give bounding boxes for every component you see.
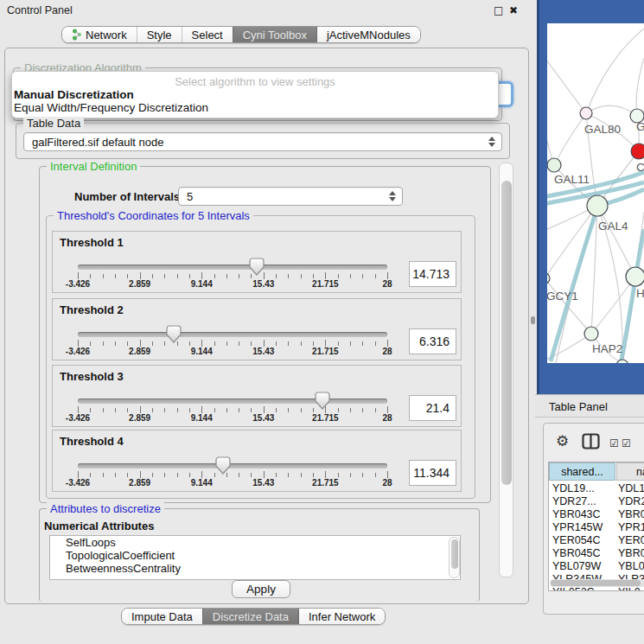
table-row[interactable]: YBL079WYBL0 <box>549 560 644 573</box>
tab-impute-data[interactable]: Impute Data <box>122 609 202 624</box>
network-node[interactable] <box>631 143 644 159</box>
threshold-row: Threshold 1-3.4262.8599.14415.4321.71528… <box>52 231 462 293</box>
table-data-combobox[interactable]: galFiltered.sif default node <box>23 132 502 151</box>
tab-jactivemnodules[interactable]: jActiveMNodules <box>316 27 420 42</box>
threshold-value-field[interactable]: 21.4 <box>409 395 456 421</box>
slider-tick-label: -3.426 <box>66 413 90 423</box>
slider-tick <box>127 408 128 412</box>
attributes-scrollbar-thumb[interactable] <box>451 539 458 569</box>
network-node[interactable] <box>626 267 644 286</box>
bottom-tabbar: Impute DataDiscretize DataInfer Network <box>121 608 386 625</box>
slider-tick <box>201 471 202 478</box>
gear-icon[interactable]: ⚙ <box>556 432 569 450</box>
tab-select[interactable]: Select <box>182 27 233 42</box>
network-icon <box>72 29 82 41</box>
network-edge <box>636 58 644 116</box>
tab-discretize-data[interactable]: Discretize Data <box>202 609 298 624</box>
attributes-list[interactable]: SelfLoopsTopologicalCoefficientBetweenne… <box>49 535 461 580</box>
network-node-label: GAL80 <box>584 123 621 136</box>
threshold-value-field[interactable]: 11.344 <box>409 460 456 486</box>
table-row[interactable]: YDL19...YDL1 <box>549 482 644 495</box>
node-table[interactable]: shared... na YDL19...YDL1YDR27...YDR2YBR… <box>548 462 644 591</box>
algorithm-placeholder: Select algorithm to view settings <box>12 75 498 88</box>
network-node[interactable] <box>584 327 598 341</box>
table-row[interactable]: YDR27...YDR2 <box>549 495 644 508</box>
panel-divider-grip[interactable] <box>531 316 535 324</box>
cell-shared-name: YBL079W <box>552 560 601 572</box>
slider-tick <box>362 341 363 346</box>
num-intervals-label: Number of Intervals <box>74 190 180 203</box>
table-row[interactable]: YPR145WYPR1 <box>549 521 644 534</box>
threshold-row: Threshold 4-3.4262.8599.14415.4321.71528… <box>52 430 462 492</box>
slider-track[interactable] <box>78 463 387 469</box>
slider-tick <box>201 406 202 413</box>
slider-tick <box>152 473 153 477</box>
slider-tick <box>325 272 326 279</box>
network-node[interactable] <box>547 273 550 284</box>
network-edge <box>586 105 637 116</box>
cell-name: YDL1 <box>618 482 644 494</box>
settings-scrollbar-thumb[interactable] <box>501 181 512 485</box>
slider-tick <box>264 340 265 347</box>
slider-tick <box>152 274 153 278</box>
slider-tick-label: 21.715 <box>312 279 339 289</box>
cell-name: YDR2 <box>618 495 644 507</box>
table-row[interactable]: YBR045CYBR0 <box>549 547 644 560</box>
column-header-name[interactable]: na <box>616 462 644 481</box>
slider-track[interactable] <box>78 265 387 270</box>
slider-tick <box>127 274 128 278</box>
network-canvas[interactable]: GAL80GAGAL11CGAL4GCY1HHAP2 <box>547 23 644 363</box>
threshold-value-field[interactable]: 14.713 <box>409 261 456 287</box>
table-row[interactable]: YBR043CYBR0 <box>549 508 644 521</box>
network-node[interactable] <box>587 195 608 216</box>
slider-tick-label: 21.715 <box>312 347 339 356</box>
table-panel: ⚙ ☑ ☑ shared... na YDL19...YDL1YDR27...Y… <box>543 423 644 615</box>
threshold-value-field[interactable]: 6.316 <box>409 328 456 354</box>
num-intervals-combobox[interactable]: 5 <box>178 187 403 206</box>
slider-tick <box>325 340 326 347</box>
slider-tick-label: 9.144 <box>191 478 213 488</box>
tab-cyni-toolbox[interactable]: Cyni Toolbox <box>233 27 316 42</box>
settings-scrollbar[interactable] <box>499 163 513 577</box>
threshold-label: Threshold 2 <box>60 303 124 316</box>
column-header-shared-name[interactable]: shared... <box>549 462 615 481</box>
network-node[interactable] <box>547 158 561 172</box>
slider-track[interactable] <box>78 399 387 404</box>
algorithm-option[interactable]: Manual Discretization <box>12 88 498 101</box>
slider-tick-label: 15.43 <box>252 279 274 289</box>
slider-tick <box>189 473 190 477</box>
slider-handle[interactable] <box>166 325 182 348</box>
float-window-icon[interactable]: □ <box>494 4 503 16</box>
slider-tick <box>189 341 190 346</box>
attribute-item[interactable]: SelfLoops <box>50 536 460 549</box>
slider-tick <box>276 274 277 278</box>
checkbox-icon[interactable]: ☑ <box>622 437 631 450</box>
split-columns-icon[interactable] <box>582 433 600 450</box>
slider-tick-label: -3.426 <box>66 478 90 488</box>
slider-tick <box>201 272 202 279</box>
attribute-item[interactable]: BetweennessCentrality <box>50 562 460 575</box>
table-row[interactable]: YER054CYER0 <box>549 534 644 547</box>
attribute-item[interactable]: TopologicalCoefficient <box>50 549 460 562</box>
checkbox-icon[interactable]: ☑ <box>609 437 619 450</box>
control-panel: Control Panel □ ✖ NetworkStyleSelectCyni… <box>0 0 535 644</box>
tab-style[interactable]: Style <box>137 27 182 42</box>
table-hscrollbar[interactable] <box>550 579 644 587</box>
table-data-value: galFiltered.sif default node <box>32 136 163 149</box>
algorithm-option[interactable]: Equal Width/Frequency Discretization <box>12 101 498 114</box>
tab-infer-network[interactable]: Infer Network <box>298 609 385 624</box>
network-node-label: H <box>636 287 644 300</box>
attributes-scrollbar[interactable] <box>449 537 460 578</box>
slider-tick <box>375 408 376 412</box>
slider-track[interactable] <box>78 332 387 337</box>
slider-handle[interactable] <box>315 392 330 414</box>
network-node[interactable] <box>616 360 628 363</box>
slider-tick <box>350 274 351 278</box>
slider-handle[interactable] <box>215 456 231 479</box>
tab-network[interactable]: Network <box>62 27 137 42</box>
slider-handle[interactable] <box>249 258 265 280</box>
apply-button[interactable]: Apply <box>232 580 290 598</box>
slider-tick <box>90 274 91 278</box>
close-icon[interactable]: ✖ <box>509 4 518 16</box>
network-node[interactable] <box>580 107 592 119</box>
